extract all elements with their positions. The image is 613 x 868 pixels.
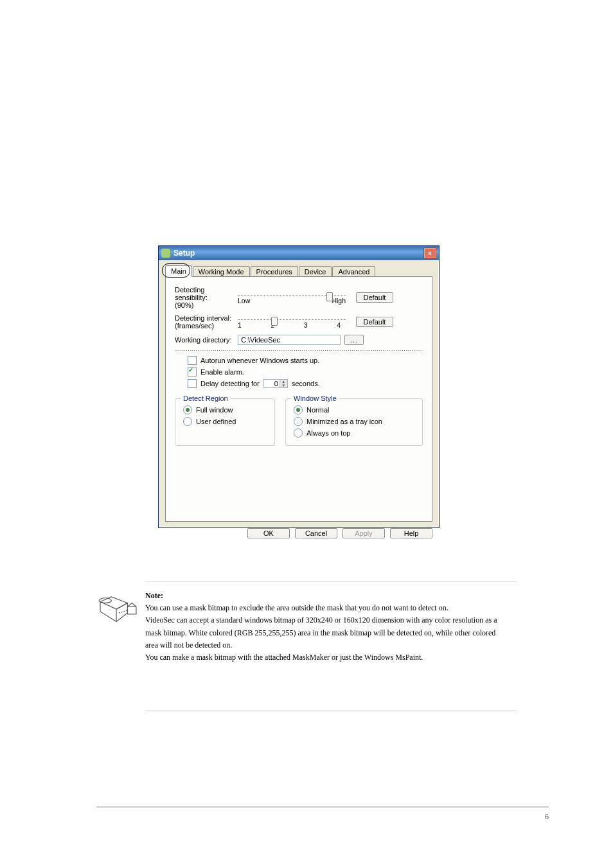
tick-3: 3 <box>304 321 308 329</box>
radio-dot[interactable] <box>183 417 192 426</box>
radio-full-window[interactable]: Full window <box>183 405 267 414</box>
checkbox-box[interactable] <box>188 379 197 388</box>
titlebar: Setup × <box>159 246 439 260</box>
setup-dialog: Setup × Main Working Mode Procedures Dev… <box>158 245 440 528</box>
rule-bottom <box>145 711 517 711</box>
help-button[interactable]: Help <box>390 528 432 538</box>
note-icon <box>96 594 141 633</box>
label-sensibility: Detecting sensibility: (90%) <box>175 286 238 309</box>
radio-dot[interactable] <box>294 429 303 438</box>
note-title: Note: <box>145 591 163 600</box>
tick-1: 1 <box>238 321 242 329</box>
slider-high-label: High <box>332 297 346 305</box>
radio-tray-label: Minimized as a tray icon <box>306 418 382 425</box>
row-sensibility: Detecting sensibility: (90%) Low High De… <box>175 286 423 309</box>
note-line-1: You can use a mask bitmap to exclude the… <box>145 602 507 614</box>
slider-thumb[interactable] <box>326 292 333 301</box>
slider-low-label: Low <box>238 297 250 305</box>
dialog-buttons: OK Cancel Apply Help <box>159 524 439 544</box>
svg-line-2 <box>119 610 128 613</box>
radio-dot[interactable] <box>183 405 192 414</box>
svg-rect-1 <box>127 607 136 614</box>
default-interval-button[interactable]: Default <box>356 317 393 327</box>
radio-full-label: Full window <box>196 406 233 414</box>
checkbox-autorun[interactable]: Autorun whenever Windows starts up. <box>188 356 423 365</box>
apply-button[interactable]: Apply <box>342 528 385 538</box>
radio-user-defined[interactable]: User defined <box>183 417 267 426</box>
label-interval: Detecting interval: (frames/sec) <box>175 314 238 330</box>
note-body: Note: You can use a mask bitmap to exclu… <box>145 590 507 664</box>
radio-normal-label: Normal <box>306 406 329 414</box>
browse-button[interactable]: ... <box>344 335 364 345</box>
label-sensibility-text: Detecting sensibility: <box>175 286 208 301</box>
default-sensibility-button[interactable]: Default <box>356 292 393 303</box>
checkbox-box[interactable] <box>188 368 197 376</box>
radio-tray[interactable]: Minimized as a tray icon <box>294 417 414 426</box>
rule-top <box>145 581 517 581</box>
window-title: Setup <box>173 249 423 258</box>
slider-track <box>238 295 346 296</box>
tab-panel-main: Detecting sensibility: (90%) Low High De… <box>165 276 432 522</box>
delay-value: 0 <box>264 380 280 387</box>
spinner-down-icon[interactable]: ▼ <box>280 384 287 387</box>
close-icon[interactable]: × <box>423 247 436 259</box>
label-interval-unit: (frames/sec) <box>175 322 238 330</box>
label-sensibility-percent: (90%) <box>175 301 238 309</box>
footer-rule <box>96 806 549 808</box>
radio-user-label: User defined <box>196 418 236 425</box>
row-working-dir: Working directory: ... <box>175 335 423 345</box>
row-interval: Detecting interval: (frames/sec) 1 2 3 4 <box>175 314 423 330</box>
legend-window-style: Window Style <box>291 394 339 402</box>
group-window-style: Window Style Normal Minimized as a tray … <box>285 398 423 446</box>
working-dir-input[interactable] <box>238 335 341 345</box>
tabs: Main Working Mode Procedures Device Adva… <box>165 265 432 277</box>
cancel-button[interactable]: Cancel <box>295 528 337 538</box>
checkbox-enable-alarm[interactable]: Enable alarm. <box>188 368 423 376</box>
radio-always-top[interactable]: Always on top <box>294 429 414 438</box>
slider-thumb-2[interactable] <box>271 317 278 326</box>
tab-main[interactable]: Main <box>165 265 192 277</box>
slider-interval[interactable]: 1 2 3 4 <box>238 315 346 329</box>
delay-label-post: seconds. <box>292 380 320 387</box>
label-working-dir: Working directory: <box>175 336 238 344</box>
delay-spinner[interactable]: 0 ▲▼ <box>263 379 288 388</box>
note-line-2: VideoSec can accept a standard windows b… <box>145 614 507 651</box>
legend-detect-region: Detect Region <box>181 394 231 402</box>
note-line-3: You can make a mask bitmap with the atta… <box>145 651 507 664</box>
delay-label-pre: Delay detecting for <box>200 380 260 387</box>
slider-track-2 <box>238 319 346 320</box>
page-number: 6 <box>545 812 549 822</box>
ok-button[interactable]: OK <box>247 528 290 538</box>
radio-dot[interactable] <box>294 417 303 426</box>
checkbox-box[interactable] <box>188 356 197 365</box>
separator <box>175 350 423 351</box>
dialog-body: Main Working Mode Procedures Device Adva… <box>159 260 439 524</box>
checkbox-delay[interactable]: Delay detecting for 0 ▲▼ seconds. <box>188 379 423 388</box>
radio-normal[interactable]: Normal <box>294 405 414 414</box>
label-interval-text: Detecting interval: <box>175 314 231 322</box>
group-detect-region: Detect Region Full window User defined <box>175 398 275 446</box>
tab-main-label: Main <box>171 267 186 275</box>
radio-dot[interactable] <box>294 405 303 414</box>
radio-top-label: Always on top <box>306 429 350 437</box>
slider-sensibility[interactable]: Low High <box>238 291 346 305</box>
app-icon <box>161 249 170 258</box>
tick-4: 4 <box>337 321 341 329</box>
checkbox-autorun-label: Autorun whenever Windows starts up. <box>200 357 319 364</box>
checkbox-alarm-label: Enable alarm. <box>200 368 244 376</box>
